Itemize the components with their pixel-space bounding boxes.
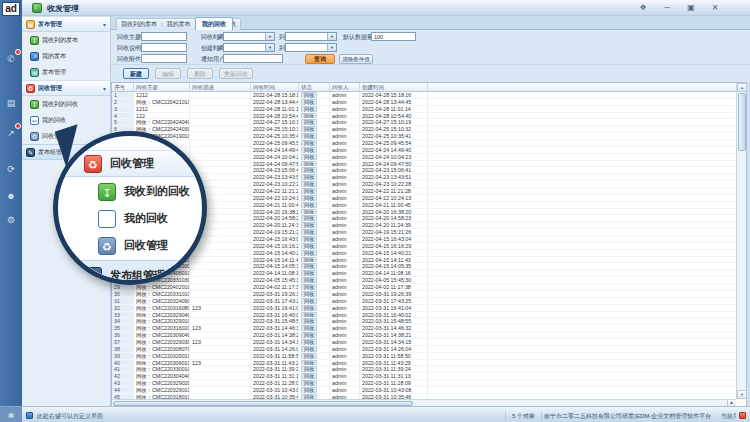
table-row[interactable]: 38回收：CMC22030807012022-03-31 14:26:04回收a… [112, 346, 736, 353]
desc-input[interactable] [141, 43, 187, 52]
table-row[interactable]: 7回收：CMC22041901012022-04-25 10:35:41回收ad… [112, 133, 736, 140]
table-row[interactable]: 122022-04-23 15:06:41回收admin2022-04-23 1… [112, 167, 736, 174]
nav-item-my-recall[interactable]: ↩ 我的回收 [22, 112, 110, 128]
magnified-recall-manage-header[interactable]: ♻ 回收管理 [58, 150, 202, 177]
new-button[interactable]: 新建 [123, 68, 149, 79]
table-cell [428, 257, 736, 264]
nav-item-my-publish[interactable]: ↗ 我的发布 [22, 48, 110, 64]
table-row[interactable]: 222022-04-15 16:43:04回收admin2022-04-15 1… [112, 236, 736, 243]
table-row[interactable]: 30回收：CMC22033101012022-03-31 19:26:39回收a… [112, 291, 736, 298]
nav-item-received-recall[interactable]: ↧ 我收到的回收 [22, 96, 110, 112]
close-icon[interactable]: ✕ [708, 2, 722, 13]
table-row[interactable]: 2回收：CMC22042101012022-04-28 13:44:45回收ad… [112, 99, 736, 106]
horizontal-scrollbar[interactable]: ▶ [112, 399, 736, 406]
table-row[interactable]: 5回收：CMC22042404012022-04-27 15:10:19回收ad… [112, 119, 736, 126]
magnified-recall-manage[interactable]: ♻ 回收管理 [58, 232, 202, 259]
table-row[interactable]: 44回收：CMC22032901042022-03-31 10:43:08回收a… [112, 387, 736, 394]
magnified-my-recall[interactable]: ↩ 我的回收 [58, 205, 202, 232]
attach-input[interactable] [141, 54, 187, 63]
table-row[interactable]: 31回收：CMC22032409012022-03-31 17:43:25回收a… [112, 298, 736, 305]
my-publish-icon: ↗ [30, 52, 39, 61]
table-row[interactable]: 232022-04-15 16:16:29回收admin2022-04-15 1… [112, 243, 736, 250]
nav-item-publish-manage[interactable]: ▤ 发布管理 [22, 64, 110, 80]
grid-icon[interactable]: ▦ [0, 407, 22, 422]
table-row[interactable]: 35回收：CMC22031602011232022-03-31 14:46:32… [112, 325, 736, 332]
gear-icon[interactable]: ⚙ [3, 213, 19, 227]
table-row[interactable]: 32回收：CMC22031608011232022-03-31 16:41:04… [112, 305, 736, 312]
table-row[interactable]: 33回收：CMC22032904012022-03-31 16:40:02回收a… [112, 312, 736, 319]
tab-my-publish[interactable]: 我的发布 [167, 19, 191, 30]
settings-icon[interactable]: ❖ [636, 2, 650, 13]
table-row[interactable]: 112122022-04-28 15:18:17回收admin2022-04-2… [112, 92, 736, 99]
edit-button[interactable]: 编辑 [155, 68, 181, 79]
table-row[interactable]: 242022-04-15 14:40:21回收admin2022-04-15 1… [112, 250, 736, 257]
chart-icon[interactable]: ↗ [3, 126, 19, 140]
chart-badge [15, 123, 21, 129]
subject-input[interactable] [141, 32, 187, 41]
recall-time-from-select[interactable] [223, 32, 275, 41]
recall-time-to-select[interactable] [285, 32, 337, 41]
table-row[interactable]: 28回收：CMC22033103012022-04-05 15:45:30回收a… [112, 277, 736, 284]
table-row[interactable]: 36回收：CMC22030904012022-03-31 14:38:21回收a… [112, 332, 736, 339]
table-row[interactable]: 25回收：CMC22041501012022-04-15 14:11:43回收a… [112, 257, 736, 264]
col-status[interactable]: 状态 [299, 83, 330, 91]
col-seq[interactable]: 序号 [112, 83, 134, 91]
contacts-icon[interactable]: ☻ [3, 189, 19, 203]
magnified-received-recall[interactable]: ↧ 我收到的回收 [58, 178, 202, 205]
tab-my-recall[interactable]: 我的回收 [195, 17, 233, 30]
table-row[interactable]: 39回收：CMC22032001012022-03-31 11:58:50回收a… [112, 353, 736, 360]
table-row[interactable]: 132022-04-23 13:43:51回收admin2022-04-23 1… [112, 174, 736, 181]
chat-icon[interactable]: ✆ [3, 52, 19, 66]
scroll-down-icon[interactable]: ▼ [737, 390, 747, 399]
col-recall-time[interactable]: 回收时间 [251, 83, 299, 91]
scroll-up-icon[interactable]: ▲ [737, 83, 747, 92]
maximize-icon[interactable]: ▣ [684, 2, 698, 13]
nav-group-publish-manage[interactable]: ▦ 发布管理 ▾ [22, 16, 110, 32]
col-desc[interactable]: 回收描述 [190, 83, 251, 91]
col-subject[interactable]: 回收主题 [134, 83, 190, 91]
table-row[interactable]: 41222022-04-28 10:54:41回收admin2022-04-28… [112, 113, 736, 120]
table-row[interactable]: 312122022-04-28 11:01:16回收admin2022-04-2… [112, 106, 736, 113]
table-cell [190, 119, 251, 126]
minimize-icon[interactable]: ─ [660, 2, 674, 13]
query-button[interactable]: 查询 [305, 54, 335, 64]
table-row[interactable]: 92022-04-24 14:49:40回收admin2022-04-24 14… [112, 147, 736, 154]
table-row[interactable]: 29回收：CMC22040201012022-04-02 11:17:38回收a… [112, 284, 736, 291]
vscroll-thumb[interactable] [738, 93, 746, 151]
table-row[interactable]: 212022-04-19 15:21:27回收admin2022-04-19 1… [112, 229, 736, 236]
table-row[interactable]: 202022-04-20 11:24:39回收admin2022-04-20 1… [112, 222, 736, 229]
table-cell: 回收 [299, 305, 330, 312]
default-qty-input[interactable] [371, 32, 416, 41]
table-cell: 123 [190, 305, 251, 312]
table-row[interactable]: 37回收：CMC22032903011232022-03-31 14:34:15… [112, 339, 736, 346]
table-row[interactable]: 112022-04-24 09:47:50回收admin2022-04-24 0… [112, 161, 736, 168]
sync-icon[interactable]: ⟳ [3, 162, 19, 176]
table-cell: 2022-04-28 11:01:16 [251, 106, 299, 113]
rerecall-button[interactable]: 重新回收 [219, 68, 253, 79]
clear-conditions-button[interactable]: 清除条件值 [339, 54, 373, 64]
table-row[interactable]: 26回收：CMC22041100012022-04-15 14:05:35回收a… [112, 263, 736, 270]
col-recaller[interactable]: 回收人 [330, 83, 360, 91]
table-row[interactable]: 142022-04-23 10:22:28回收admin2022-04-23 1… [112, 181, 736, 188]
table-row[interactable]: 42回收：CMC22030404012022-03-31 11:31:13回收a… [112, 373, 736, 380]
table-row[interactable]: 34回收：CMC22032901012022-03-31 15:48:55回收a… [112, 318, 736, 325]
table-row[interactable]: 40回收：CMC22030901021232022-03-31 11:43:29… [112, 360, 736, 367]
nav-item-received-publish[interactable]: ↧ 我收到的发布 [22, 32, 110, 48]
nav-group-recall-manage[interactable]: ♻ 回收管理 ▾ [22, 80, 110, 96]
table-row[interactable]: 102022-04-24 10:04:23回收admin2022-04-24 1… [112, 154, 736, 161]
vertical-scrollbar[interactable]: ▲ ▼ [736, 83, 746, 399]
delete-button[interactable]: 删除 [187, 68, 213, 79]
table-cell: 2022-04-28 15:18:16 [360, 92, 428, 99]
notify-input[interactable] [223, 54, 283, 63]
table-row[interactable]: 43回收：CMC22032902012022-03-31 11:28:09回收a… [112, 380, 736, 387]
folder-icon[interactable]: ▤ [3, 96, 19, 110]
table-row[interactable]: 82022-04-25 09:45:56回收admin2022-04-25 09… [112, 140, 736, 147]
table-row[interactable]: 6回收：CMC22042403012022-04-25 15:10:32回收ad… [112, 126, 736, 133]
create-time-from-select[interactable] [223, 43, 275, 52]
tab-received-publish[interactable]: 我收到的发布 [121, 19, 157, 30]
table-row[interactable]: 41回收：CMC22033001012022-03-31 11:39:24回收a… [112, 366, 736, 373]
col-create-time[interactable]: 创建时间 [360, 83, 428, 91]
table-cell: 回收 [299, 119, 330, 126]
table-row[interactable]: 27回收：CMC22040601012022-04-14 11:08:16回收a… [112, 270, 736, 277]
create-time-to-select[interactable] [285, 43, 337, 52]
